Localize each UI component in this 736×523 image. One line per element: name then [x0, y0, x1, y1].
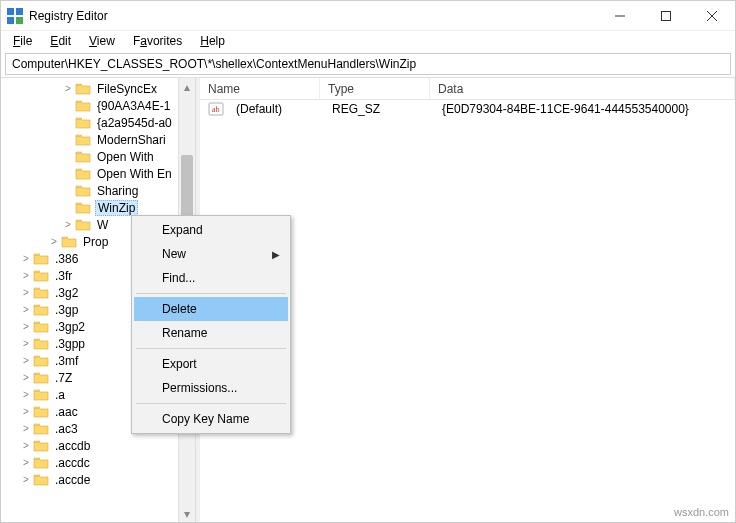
tree-item-label: ModernShari — [95, 133, 168, 147]
tree-expander-icon[interactable]: > — [19, 440, 33, 451]
tree-item-label: Open With En — [95, 167, 174, 181]
value-row[interactable]: ab(Default)REG_SZ{E0D79304-84BE-11CE-964… — [200, 100, 735, 118]
tree-item-label: {90AA3A4E-1 — [95, 99, 172, 113]
tree-expander-icon[interactable]: > — [61, 219, 75, 230]
ctx-delete[interactable]: Delete — [134, 297, 288, 321]
folder-icon — [75, 184, 91, 198]
tree-item[interactable]: >ModernShari — [1, 131, 195, 148]
tree-expander-icon: > — [61, 100, 75, 111]
folder-icon — [33, 439, 49, 453]
tree-item-label: W — [95, 218, 110, 232]
tree-item-label: Open With — [95, 150, 156, 164]
tree-item[interactable]: >{90AA3A4E-1 — [1, 97, 195, 114]
menu-file[interactable]: File — [5, 33, 40, 49]
tree-item-label: {a2a9545d-a0 — [95, 116, 174, 130]
column-header-name[interactable]: Name — [200, 78, 320, 99]
ctx-rename[interactable]: Rename — [134, 321, 288, 345]
tree-expander-icon: > — [61, 202, 75, 213]
svg-rect-5 — [662, 11, 671, 20]
titlebar: Registry Editor — [1, 1, 735, 31]
folder-icon — [75, 82, 91, 96]
tree-expander-icon[interactable]: > — [19, 457, 33, 468]
tree-expander-icon[interactable]: > — [47, 236, 61, 247]
column-header-data[interactable]: Data — [430, 78, 735, 99]
folder-icon — [61, 235, 77, 249]
ctx-separator — [136, 293, 286, 294]
tree-expander-icon[interactable]: > — [19, 287, 33, 298]
tree-expander-icon[interactable]: > — [19, 304, 33, 315]
tree-expander-icon[interactable]: > — [19, 270, 33, 281]
menu-help[interactable]: Help — [192, 33, 233, 49]
folder-icon — [33, 456, 49, 470]
tree-item-label: .accdb — [53, 439, 92, 453]
tree-item[interactable]: >.accde — [1, 471, 195, 488]
tree-expander-icon[interactable]: > — [19, 355, 33, 366]
menu-edit[interactable]: Edit — [42, 33, 79, 49]
tree-item-label: Sharing — [95, 184, 140, 198]
column-header-type[interactable]: Type — [320, 78, 430, 99]
ctx-export[interactable]: Export — [134, 352, 288, 376]
folder-icon — [75, 201, 91, 215]
menu-view[interactable]: View — [81, 33, 123, 49]
string-value-icon: ab — [208, 101, 224, 117]
value-data: {E0D79304-84BE-11CE-9641-444553540000} — [434, 102, 697, 116]
tree-expander-icon[interactable]: > — [19, 389, 33, 400]
folder-icon — [33, 371, 49, 385]
tree-expander-icon: > — [61, 134, 75, 145]
tree-item[interactable]: >{a2a9545d-a0 — [1, 114, 195, 131]
close-button[interactable] — [689, 1, 735, 30]
tree-expander-icon[interactable]: > — [19, 372, 33, 383]
minimize-button[interactable] — [597, 1, 643, 30]
folder-icon — [75, 116, 91, 130]
tree-expander-icon[interactable]: > — [19, 253, 33, 264]
address-bar[interactable]: Computer\HKEY_CLASSES_ROOT\*\shellex\Con… — [5, 53, 731, 75]
ctx-separator — [136, 403, 286, 404]
content-area: >FileSyncEx>{90AA3A4E-1>{a2a9545d-a0>Mod… — [1, 77, 735, 522]
menu-favorites[interactable]: Favorites — [125, 33, 190, 49]
tree-item-label: .a — [53, 388, 67, 402]
folder-icon — [33, 337, 49, 351]
regedit-icon — [7, 8, 23, 24]
svg-rect-0 — [7, 8, 14, 15]
svg-rect-2 — [7, 17, 14, 24]
tree-expander-icon[interactable]: > — [19, 321, 33, 332]
tree-expander-icon[interactable]: > — [61, 83, 75, 94]
tree-item[interactable]: >Sharing — [1, 182, 195, 199]
folder-icon — [33, 422, 49, 436]
svg-rect-3 — [16, 17, 23, 24]
tree-expander-icon[interactable]: > — [19, 406, 33, 417]
tree-item-label: .3gp2 — [53, 320, 87, 334]
svg-text:ab: ab — [212, 105, 220, 114]
tree-expander-icon[interactable]: > — [19, 338, 33, 349]
tree-item[interactable]: >.accdc — [1, 454, 195, 471]
tree-item[interactable]: >Open With — [1, 148, 195, 165]
context-menu: Expand New▶ Find... Delete Rename Export… — [131, 215, 291, 434]
values-header: Name Type Data — [200, 78, 735, 100]
ctx-expand[interactable]: Expand — [134, 218, 288, 242]
value-name: (Default) — [228, 102, 324, 116]
scroll-up-button[interactable]: ▴ — [179, 78, 195, 95]
tree-item[interactable]: >WinZip — [1, 199, 195, 216]
maximize-button[interactable] — [643, 1, 689, 30]
window-title: Registry Editor — [29, 9, 597, 23]
tree-item[interactable]: >Open With En — [1, 165, 195, 182]
svg-rect-1 — [16, 8, 23, 15]
tree-item[interactable]: >FileSyncEx — [1, 80, 195, 97]
window-buttons — [597, 1, 735, 30]
folder-icon — [33, 388, 49, 402]
chevron-right-icon: ▶ — [272, 249, 280, 260]
folder-icon — [33, 473, 49, 487]
tree-item[interactable]: >.accdb — [1, 437, 195, 454]
ctx-copy-key-name[interactable]: Copy Key Name — [134, 407, 288, 431]
tree-expander-icon: > — [61, 168, 75, 179]
folder-icon — [33, 286, 49, 300]
tree-item-label: FileSyncEx — [95, 82, 159, 96]
ctx-permissions[interactable]: Permissions... — [134, 376, 288, 400]
ctx-new[interactable]: New▶ — [134, 242, 288, 266]
scroll-down-button[interactable]: ▾ — [179, 505, 195, 522]
tree-expander-icon: > — [61, 117, 75, 128]
ctx-find[interactable]: Find... — [134, 266, 288, 290]
tree-item-label: .386 — [53, 252, 80, 266]
tree-expander-icon[interactable]: > — [19, 474, 33, 485]
tree-expander-icon[interactable]: > — [19, 423, 33, 434]
